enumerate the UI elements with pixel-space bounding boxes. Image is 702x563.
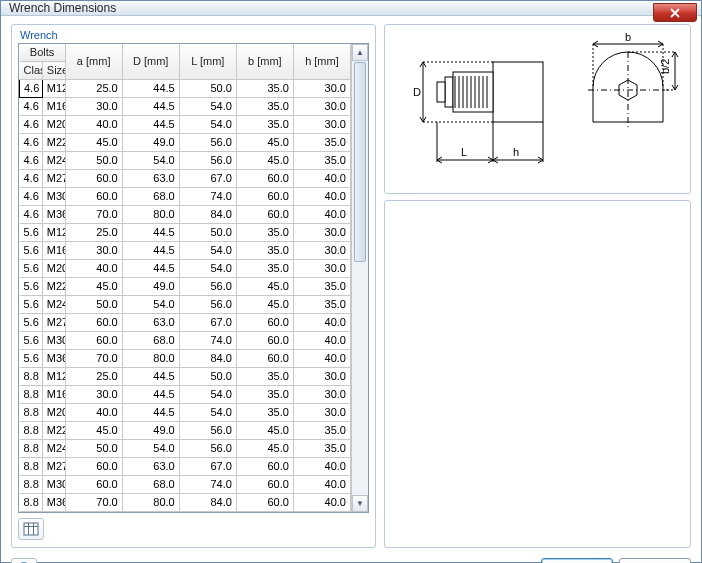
cell-class[interactable]: 8.8 [20,476,43,494]
cell-L[interactable]: 84.0 [179,494,236,512]
cell-size[interactable]: M12 [42,80,65,98]
cell-b[interactable]: 35.0 [236,224,293,242]
cell-size[interactable]: M36 [42,350,65,368]
cell-L[interactable]: 50.0 [179,368,236,386]
table-row[interactable]: 8.8M2245.049.056.045.035.0 [20,422,351,440]
cell-b[interactable]: 35.0 [236,80,293,98]
cell-b[interactable]: 35.0 [236,260,293,278]
cancel-button[interactable]: Cancel [619,558,691,563]
cell-h[interactable]: 40.0 [293,170,350,188]
cell-class[interactable]: 4.6 [20,152,43,170]
cell-h[interactable]: 40.0 [293,332,350,350]
table-row[interactable]: 5.6M3060.068.074.060.040.0 [20,332,351,350]
cell-L[interactable]: 54.0 [179,116,236,134]
cell-size[interactable]: M24 [42,152,65,170]
cell-h[interactable]: 30.0 [293,80,350,98]
table-row[interactable]: 8.8M1225.044.550.035.030.0 [20,368,351,386]
table-row[interactable]: 4.6M3670.080.084.060.040.0 [20,206,351,224]
cell-D[interactable]: 49.0 [122,134,179,152]
cell-class[interactable]: 4.6 [20,206,43,224]
cell-b[interactable]: 45.0 [236,134,293,152]
vertical-scrollbar[interactable]: ▲ ▼ [351,44,368,512]
cell-size[interactable]: M20 [42,404,65,422]
cell-D[interactable]: 49.0 [122,422,179,440]
table-row[interactable]: 8.8M1630.044.554.035.030.0 [20,386,351,404]
cell-a[interactable]: 25.0 [65,80,122,98]
cell-D[interactable]: 49.0 [122,278,179,296]
cell-b[interactable]: 35.0 [236,404,293,422]
cell-L[interactable]: 56.0 [179,278,236,296]
cell-b[interactable]: 35.0 [236,242,293,260]
cell-L[interactable]: 54.0 [179,260,236,278]
cell-a[interactable]: 60.0 [65,188,122,206]
cell-h[interactable]: 30.0 [293,386,350,404]
cell-L[interactable]: 56.0 [179,134,236,152]
cell-h[interactable]: 40.0 [293,476,350,494]
table-row[interactable]: 5.6M1630.044.554.035.030.0 [20,242,351,260]
cell-h[interactable]: 30.0 [293,260,350,278]
cell-a[interactable]: 60.0 [65,476,122,494]
cell-size[interactable]: M27 [42,314,65,332]
cell-L[interactable]: 67.0 [179,314,236,332]
cell-L[interactable]: 54.0 [179,98,236,116]
cell-size[interactable]: M22 [42,134,65,152]
cell-D[interactable]: 80.0 [122,494,179,512]
cell-class[interactable]: 8.8 [20,458,43,476]
table-row[interactable]: 5.6M2450.054.056.045.035.0 [20,296,351,314]
cell-a[interactable]: 60.0 [65,458,122,476]
cell-D[interactable]: 44.5 [122,368,179,386]
cell-b[interactable]: 45.0 [236,440,293,458]
cell-D[interactable]: 68.0 [122,332,179,350]
cell-h[interactable]: 30.0 [293,224,350,242]
cell-h[interactable]: 40.0 [293,206,350,224]
cell-L[interactable]: 74.0 [179,332,236,350]
cell-size[interactable]: M36 [42,206,65,224]
cell-class[interactable]: 5.6 [20,332,43,350]
cell-L[interactable]: 56.0 [179,152,236,170]
col-L[interactable]: L [mm] [179,44,236,80]
cell-D[interactable]: 63.0 [122,314,179,332]
table-row[interactable]: 8.8M2040.044.554.035.030.0 [20,404,351,422]
cell-D[interactable]: 44.5 [122,98,179,116]
cell-h[interactable]: 30.0 [293,368,350,386]
cell-class[interactable]: 8.8 [20,440,43,458]
cell-class[interactable]: 5.6 [20,260,43,278]
cell-size[interactable]: M24 [42,440,65,458]
cell-b[interactable]: 60.0 [236,458,293,476]
cell-D[interactable]: 68.0 [122,188,179,206]
cell-b[interactable]: 60.0 [236,332,293,350]
cell-h[interactable]: 30.0 [293,242,350,260]
cell-h[interactable]: 35.0 [293,296,350,314]
cell-D[interactable]: 44.5 [122,116,179,134]
close-button[interactable] [653,3,697,22]
cell-a[interactable]: 40.0 [65,116,122,134]
cell-h[interactable]: 35.0 [293,422,350,440]
cell-a[interactable]: 70.0 [65,494,122,512]
cell-class[interactable]: 4.6 [20,188,43,206]
cell-size[interactable]: M16 [42,98,65,116]
cell-class[interactable]: 8.8 [20,386,43,404]
cell-a[interactable]: 50.0 [65,296,122,314]
cell-size[interactable]: M27 [42,170,65,188]
cell-a[interactable]: 50.0 [65,440,122,458]
table-row[interactable]: 4.6M2760.063.067.060.040.0 [20,170,351,188]
table-row[interactable]: 4.6M3060.068.074.060.040.0 [20,188,351,206]
cell-a[interactable]: 25.0 [65,224,122,242]
cell-class[interactable]: 8.8 [20,368,43,386]
cell-L[interactable]: 74.0 [179,188,236,206]
scroll-up-button[interactable]: ▲ [352,44,368,61]
ok-button[interactable]: OK [541,558,613,563]
table-row[interactable]: 4.6M2040.044.554.035.030.0 [20,116,351,134]
cell-L[interactable]: 54.0 [179,404,236,422]
cell-b[interactable]: 60.0 [236,350,293,368]
cell-b[interactable]: 35.0 [236,368,293,386]
cell-L[interactable]: 54.0 [179,386,236,404]
cell-h[interactable]: 35.0 [293,278,350,296]
col-h[interactable]: h [mm] [293,44,350,80]
table-row[interactable]: 4.6M2450.054.056.045.035.0 [20,152,351,170]
cell-L[interactable]: 67.0 [179,458,236,476]
cell-L[interactable]: 56.0 [179,296,236,314]
cell-D[interactable]: 54.0 [122,296,179,314]
cell-class[interactable]: 4.6 [20,170,43,188]
table-row[interactable]: 5.6M2760.063.067.060.040.0 [20,314,351,332]
